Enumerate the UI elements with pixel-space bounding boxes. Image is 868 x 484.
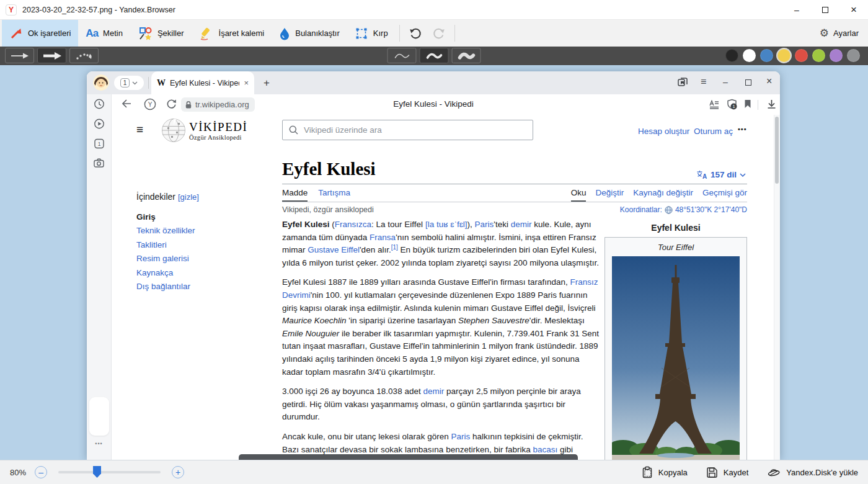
upload-yandex-disk-button[interactable]: Yandex.Disk'e yükle (767, 467, 858, 478)
color-swatch-yellow[interactable] (777, 49, 790, 62)
scrollbar-thumb[interactable] (775, 117, 779, 184)
color-swatch-white[interactable] (743, 49, 756, 62)
color-swatch-blue[interactable] (760, 49, 773, 62)
editing-canvas[interactable]: 1 W Eyfel Kulesi - Vikipedi × + ≡ – × (0, 65, 868, 460)
toc-item-kaynakca[interactable]: Kaynakça (136, 266, 267, 280)
active-tab[interactable]: W Eyfel Kulesi - Vikipedi × (151, 71, 254, 94)
article-link[interactable]: [la tuʁ ɛˈfɛl] (425, 220, 467, 229)
login-link[interactable]: Oturum aç (694, 127, 733, 136)
color-swatch-red[interactable] (795, 49, 808, 62)
tool-crop[interactable]: Kırp (347, 20, 396, 47)
browser-maximize-button[interactable] (745, 79, 751, 86)
window-minimize-button[interactable]: – (782, 0, 811, 19)
arrow-style-dotted-button[interactable] (69, 48, 99, 63)
marker-tool-icon (199, 27, 214, 40)
video-button[interactable] (94, 119, 104, 129)
wiki-more-menu[interactable]: ••• (738, 125, 747, 133)
wiki-search-input[interactable]: Vikipedi üzerinde ara (282, 120, 533, 140)
browser-close-button[interactable]: × (766, 76, 772, 86)
zoom-out-button[interactable]: – (35, 466, 47, 478)
tool-arrows-label: Ok işaretleri (28, 29, 71, 38)
color-swatch-gray[interactable] (847, 49, 860, 62)
tab-group-button[interactable]: 1 (114, 76, 144, 90)
coordinates[interactable]: Koordinatlar: 48°51'30"K 2°17'40"D (620, 205, 747, 214)
toc-item-resim-galerisi[interactable]: Resim galerisi (136, 252, 267, 266)
copy-button[interactable]: Kopyala (642, 466, 688, 478)
arrow-style-thin-button[interactable] (5, 48, 34, 63)
ellipsis-icon: ••• (95, 441, 102, 447)
zoom-in-button[interactable]: + (172, 466, 184, 478)
thin-arrow-icon (9, 51, 30, 61)
toc-item-dis-baglantilar[interactable]: Dış bağlantılar (136, 280, 267, 294)
tab-talk[interactable]: Tartışma (318, 188, 350, 202)
article-link[interactable]: Paris (475, 220, 494, 229)
zoom-slider[interactable] (58, 471, 161, 473)
tabs-panel-button[interactable]: 1 (94, 138, 104, 149)
tool-marker[interactable]: İşaret kalemi (192, 20, 272, 47)
tab-panels-button[interactable] (677, 76, 688, 87)
color-swatch-green[interactable] (812, 49, 825, 62)
article-link[interactable]: bacası (533, 445, 557, 454)
view-history[interactable]: Geçmişi gör (702, 188, 747, 202)
redo-button[interactable] (427, 20, 451, 47)
color-swatch-black[interactable] (725, 49, 738, 62)
article-link[interactable]: Fransa (370, 233, 396, 242)
page-scrollbar[interactable] (774, 115, 780, 460)
view-read[interactable]: Oku (571, 188, 587, 202)
toc-item-teknik-ozellikler[interactable]: Teknik özellikler (136, 224, 267, 238)
search-icon (289, 125, 298, 135)
window-maximize-button[interactable] (811, 0, 839, 19)
yandex-home-button[interactable]: Y (144, 98, 156, 110)
zoom-slider-thumb[interactable] (93, 466, 101, 478)
article-link[interactable]: Gustave Eiffel (308, 245, 360, 254)
line-weight-thick-button[interactable] (452, 48, 481, 63)
tool-shapes[interactable]: Şekiller (130, 20, 192, 47)
eiffel-tower-photo[interactable] (612, 256, 740, 460)
arrow-style-bold-button[interactable] (37, 48, 66, 63)
tool-text[interactable]: Aa Metin (78, 20, 130, 47)
article-link[interactable]: demir (511, 220, 532, 229)
address-bar[interactable]: tr.wikipedia.org (181, 97, 255, 112)
article-link[interactable]: Fransızca (335, 220, 371, 229)
article-link[interactable]: Paris (451, 432, 470, 441)
screenshot-image[interactable]: 1 W Eyfel Kulesi - Vikipedi × + ≡ – × (87, 71, 780, 460)
clock-icon (94, 99, 104, 109)
wiki-menu-button[interactable]: ≡ (136, 123, 143, 137)
tab-article[interactable]: Madde (282, 188, 308, 202)
toc-item-taklitleri[interactable]: Taklitleri (136, 238, 267, 252)
tab-close-button[interactable]: × (244, 78, 249, 87)
svg-text:Y: Y (148, 101, 153, 108)
sidebar-more-button[interactable]: ••• (95, 441, 102, 447)
undo-button[interactable] (404, 20, 427, 47)
text-tool-icon: Aa (86, 27, 98, 40)
save-button[interactable]: Kaydet (706, 467, 748, 478)
bookmark-button[interactable] (744, 99, 751, 109)
new-tab-button[interactable]: + (259, 76, 274, 91)
screenshot-tool-button[interactable] (94, 158, 105, 168)
toc-item-giris[interactable]: Giriş (136, 210, 267, 224)
downloads-button[interactable] (767, 99, 776, 109)
language-selector[interactable]: A 157 dil (696, 170, 746, 179)
tool-arrows[interactable]: Ok işaretleri (2, 20, 78, 47)
line-weight-medium-button[interactable] (420, 48, 449, 63)
back-button[interactable] (121, 99, 132, 109)
history-button[interactable] (94, 99, 104, 109)
line-weight-thin-button[interactable] (388, 48, 417, 63)
wikipedia-logo[interactable] (161, 117, 186, 143)
reload-button[interactable] (166, 99, 177, 109)
browser-minimize-button[interactable]: – (723, 78, 728, 86)
view-edit-source[interactable]: Kaynağı değiştir (633, 188, 693, 202)
article-link[interactable]: demir (423, 387, 444, 396)
color-swatch-purple[interactable] (830, 49, 843, 62)
browser-menu-button[interactable]: ≡ (701, 77, 706, 87)
toc-hide-link[interactable]: [gizle] (178, 192, 199, 202)
create-account-link[interactable]: Hesap oluştur (638, 127, 689, 136)
view-edit[interactable]: Değiştir (595, 188, 624, 202)
reader-mode-button[interactable] (709, 100, 719, 109)
tool-blur[interactable]: Bulanıklaştır (272, 20, 347, 47)
settings-button[interactable]: ⚙ Ayarlar (810, 20, 868, 47)
adblock-shield-button[interactable]: 1 (726, 99, 738, 110)
profile-avatar[interactable] (93, 74, 109, 91)
wikipedia-wordmark[interactable]: VİKİPEDİ Özgür Ansiklopedi (189, 120, 247, 141)
window-close-button[interactable]: × (839, 0, 868, 19)
